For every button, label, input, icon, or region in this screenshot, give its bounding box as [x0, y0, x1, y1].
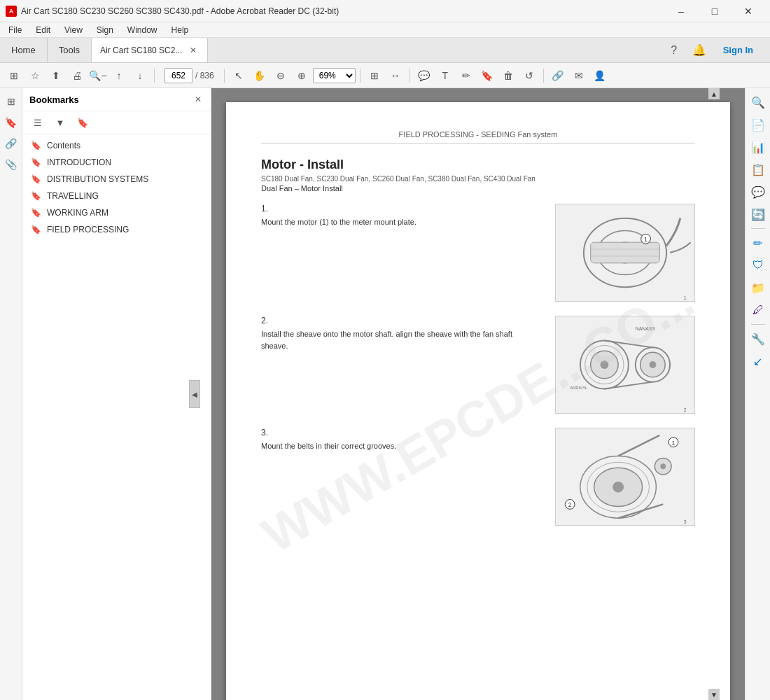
- menu-file[interactable]: File: [3, 24, 27, 36]
- right-pen2-button[interactable]: 🖊: [748, 300, 768, 320]
- right-tools-button[interactable]: 🔧: [748, 329, 768, 349]
- bookmark-item-distribution[interactable]: 🔖 DISTRIBUTION SYSTEMS: [22, 171, 211, 188]
- sidebar-tools: ☰ ▼ 🔖: [22, 111, 211, 134]
- bookmark-add-button[interactable]: ☆: [25, 66, 45, 85]
- pan-tool[interactable]: ✋: [250, 66, 270, 85]
- section-subtitle2: Dual Fan – Motor Install: [261, 184, 695, 192]
- right-translate-button[interactable]: 🔄: [748, 204, 768, 224]
- bookmark-label-working-arm: WORKING ARM: [47, 208, 108, 218]
- sidebar-collapse-button[interactable]: ◀: [189, 380, 200, 408]
- menu-window[interactable]: Window: [122, 24, 163, 36]
- close-button[interactable]: ✕: [732, 0, 764, 22]
- svg-point-30: [660, 463, 666, 469]
- link-button[interactable]: 🔗: [548, 66, 568, 85]
- print-button[interactable]: 🖨: [67, 66, 87, 85]
- tab-home-label: Home: [11, 45, 36, 55]
- draw-button[interactable]: ✏: [456, 66, 476, 85]
- bookmark-item-working-arm[interactable]: 🔖 WORKING ARM: [22, 204, 211, 221]
- share-button[interactable]: ⬆: [46, 66, 66, 85]
- tab-close-button[interactable]: ✕: [188, 45, 199, 56]
- step-1-image: 1 1: [555, 204, 695, 302]
- right-expand-button[interactable]: ↙: [748, 351, 768, 371]
- svg-text:NANASS: NANASS: [636, 326, 656, 331]
- zoom-in-next-button[interactable]: ↓: [130, 66, 150, 85]
- zoom-out-button[interactable]: 🔍−: [88, 66, 108, 85]
- step-1-desc: Mount the motor (1) to the meter mount p…: [261, 216, 541, 228]
- sidebar-dropdown-button[interactable]: ▼: [50, 114, 70, 131]
- right-search-button[interactable]: 🔍: [748, 92, 768, 112]
- comment-button[interactable]: 💬: [414, 66, 434, 85]
- bookmark-icon-contents: 🔖: [31, 141, 41, 150]
- sidebar-add-bookmark-button[interactable]: 🔖: [73, 114, 92, 131]
- right-pen-button[interactable]: ✏: [748, 233, 768, 253]
- menu-edit[interactable]: Edit: [30, 24, 56, 36]
- menu-help[interactable]: Help: [166, 24, 195, 36]
- bookmark-label-field-processing: FIELD PROCESSING: [47, 225, 129, 234]
- zoom-out-tool[interactable]: ⊖: [271, 66, 290, 85]
- delete-button[interactable]: 🗑: [498, 66, 518, 85]
- panel-attachments-button[interactable]: 📎: [2, 155, 20, 174]
- toolbar: ⊞ ☆ ⬆ 🖨 🔍− ↑ ↓ / 836 ↖ ✋ ⊖ ⊕ 69% 50% 75%…: [0, 63, 770, 88]
- bookmark-item-introduction[interactable]: 🔖 INTRODUCTION: [22, 154, 211, 171]
- step-1-num: 1.: [261, 204, 541, 214]
- svg-text:3: 3: [684, 519, 687, 524]
- bookmarks-sidebar: Bookmarks ✕ ☰ ▼ 🔖 🔖 Contents 🔖 INTRODUCT…: [22, 88, 211, 700]
- stamp-button[interactable]: 🔖: [477, 66, 497, 85]
- tab-document[interactable]: Air Cart SC180 SC2... ✕: [92, 38, 208, 62]
- bookmark-item-travelling[interactable]: 🔖 TRAVELLING: [22, 188, 211, 204]
- user-button[interactable]: 👤: [590, 66, 610, 85]
- undo-button[interactable]: ↺: [519, 66, 539, 85]
- toolbar-separator-1: [154, 69, 155, 83]
- left-icon-panel: ⊞ 🔖 🔗 📎: [0, 88, 22, 700]
- tab-home[interactable]: Home: [0, 38, 48, 62]
- step-1-row: 1. Mount the motor (1) to the meter moun…: [261, 204, 695, 302]
- tab-doc-label: Air Cart SC180 SC2...: [100, 46, 182, 55]
- highlight-button[interactable]: T: [435, 66, 455, 85]
- bookmark-item-contents[interactable]: 🔖 Contents: [22, 137, 211, 154]
- right-chart-button[interactable]: 📊: [748, 137, 768, 157]
- tab-tools[interactable]: Tools: [48, 38, 92, 62]
- bookmark-label-travelling: TRAVELLING: [47, 191, 99, 201]
- create-button[interactable]: ⊞: [4, 66, 24, 85]
- doc-section-header: FIELD PROCESSING - SEEDING Fan system: [261, 130, 695, 144]
- pdf-area[interactable]: ▲ ▼ WWW.EPCDE...CO... FIELD PROCESSING -…: [211, 88, 745, 700]
- bookmark-label-distribution: DISTRIBUTION SYSTEMS: [47, 174, 148, 184]
- menu-sign[interactable]: Sign: [91, 24, 119, 36]
- help-button[interactable]: ?: [664, 41, 684, 60]
- sign-in-button[interactable]: Sign In: [715, 42, 762, 58]
- right-document-button[interactable]: 📄: [748, 115, 768, 134]
- sidebar-list-view-button[interactable]: ☰: [28, 114, 48, 131]
- right-clipboard-button[interactable]: 📋: [748, 160, 768, 179]
- section-subtitle: SC180 Dual Fan, SC230 Dual Fan, SC260 Du…: [261, 175, 695, 183]
- email-button[interactable]: ✉: [569, 66, 589, 85]
- bookmark-item-field-processing[interactable]: 🔖 FIELD PROCESSING: [22, 221, 211, 238]
- right-shield-button[interactable]: 🛡: [748, 255, 768, 275]
- maximize-button[interactable]: □: [699, 0, 731, 22]
- panel-bookmarks-button[interactable]: 🔖: [2, 113, 20, 132]
- toolbar-separator-3: [360, 69, 360, 83]
- sidebar-close-button[interactable]: ✕: [192, 94, 204, 105]
- cursor-tool[interactable]: ↖: [229, 66, 248, 85]
- svg-rect-5: [591, 242, 660, 263]
- minimize-button[interactable]: –: [665, 0, 697, 22]
- section-title: Motor - Install: [261, 158, 695, 172]
- right-folder-button[interactable]: 📁: [748, 278, 768, 298]
- step-2-image: NANASS ARRIVYL 2: [555, 316, 695, 414]
- svg-text:2: 2: [568, 501, 572, 508]
- page-number-input[interactable]: [164, 68, 192, 83]
- fit-page-button[interactable]: ⊞: [365, 66, 384, 85]
- title-bar-left: A Air Cart SC180 SC230 SC260 SC380 SC430…: [6, 6, 339, 17]
- bookmark-icon-field-processing: 🔖: [31, 225, 41, 234]
- zoom-in-tool[interactable]: ⊕: [292, 66, 312, 85]
- zoom-in-prev-button[interactable]: ↑: [109, 66, 129, 85]
- fit-width-button[interactable]: ↔: [386, 66, 405, 85]
- notification-button[interactable]: 🔔: [690, 41, 709, 60]
- panel-pages-button[interactable]: ⊞: [2, 92, 20, 111]
- panel-links-button[interactable]: 🔗: [2, 134, 20, 153]
- menu-view[interactable]: View: [59, 24, 88, 36]
- scroll-up-button[interactable]: ▲: [708, 88, 720, 99]
- right-comment-button[interactable]: 💬: [748, 182, 768, 202]
- zoom-select[interactable]: 69% 50% 75% 100% 125%: [313, 68, 356, 83]
- bookmark-icon-distribution: 🔖: [31, 174, 41, 184]
- scroll-down-button[interactable]: ▼: [708, 689, 720, 700]
